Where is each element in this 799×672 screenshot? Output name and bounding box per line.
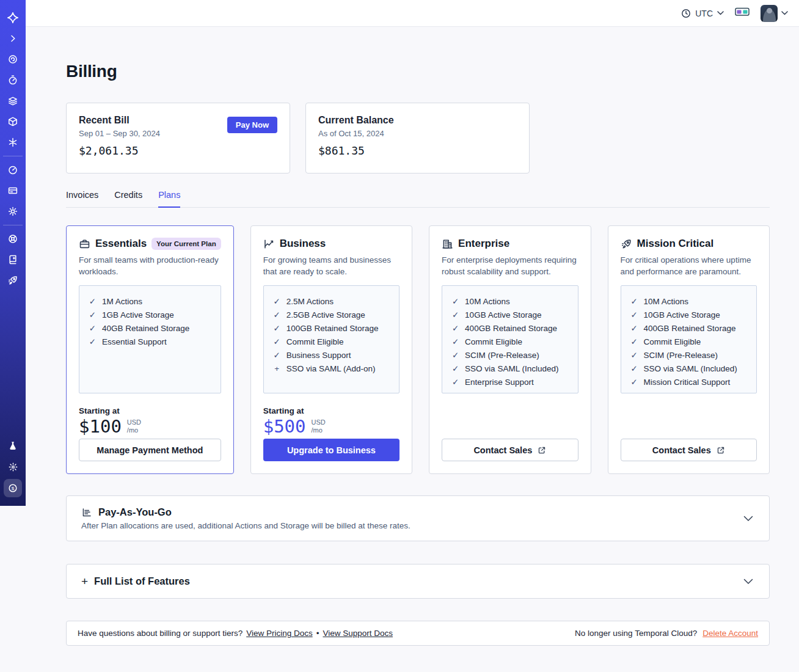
feature-item: ✓SCIM (Pre-Release) — [630, 349, 753, 362]
full-list-title: Full List of Features — [94, 575, 190, 587]
rocket-icon — [621, 238, 632, 250]
current-balance-card: Current Balance As of Oct 15, 2024 $861.… — [305, 103, 530, 173]
plans-row: Essentials Your Current Plan For small t… — [66, 225, 770, 474]
feature-text: 10M Actions — [465, 295, 510, 309]
rocket-icon[interactable] — [0, 270, 26, 291]
tab-credits[interactable]: Credits — [114, 190, 142, 207]
billing-footer: Have questions about billing or support … — [66, 621, 770, 646]
recent-bill-amount: $2,061.35 — [79, 144, 277, 157]
timezone-label: UTC — [695, 9, 713, 18]
contact-sales-button[interactable]: Contact Sales — [442, 439, 578, 461]
main-content: Billing Recent Bill Sep 01 – Sep 30, 202… — [26, 27, 799, 646]
bar-chart-icon — [81, 507, 92, 518]
flask-icon[interactable] — [0, 436, 26, 456]
feature-item: ✓1GB Active Storage — [89, 309, 217, 322]
check-icon: ✓ — [451, 362, 459, 376]
check-icon: ✓ — [451, 349, 459, 362]
footer-right-question: No longer using Temporal Cloud? — [575, 629, 697, 638]
check-icon: ✓ — [273, 295, 281, 309]
pay-now-button[interactable]: Pay Now — [227, 117, 277, 133]
recent-bill-card: Recent Bill Sep 01 – Sep 30, 2024 $2,061… — [66, 103, 290, 173]
feature-list: ✓10M Actions ✓10GB Active Storage ✓400GB… — [442, 285, 578, 393]
timer-icon[interactable] — [0, 70, 26, 90]
svg-text:$: $ — [12, 486, 15, 491]
3d-glasses-icon[interactable] — [735, 7, 750, 19]
check-icon: ✓ — [630, 362, 638, 376]
sidebar: $ — [0, 0, 26, 506]
sun-icon[interactable] — [0, 456, 26, 477]
footer-question: Have questions about billing or support … — [78, 629, 243, 638]
check-icon: ✓ — [451, 335, 459, 349]
feature-text: SCIM (Pre-Release) — [644, 349, 718, 362]
plan-card-essentials: Essentials Your Current Plan For small t… — [66, 225, 234, 474]
feature-item: ✓Enterprise Support — [451, 376, 574, 389]
feature-item: ✓1M Actions — [89, 295, 217, 309]
check-icon: ✓ — [451, 295, 459, 309]
plan-name: Business — [280, 238, 326, 250]
current-balance-title: Current Balance — [318, 115, 517, 126]
feature-item: ✓Commit Eligible — [273, 335, 395, 349]
spiral-icon[interactable] — [0, 49, 26, 70]
payg-description: After Plan allocations are used, additio… — [81, 521, 754, 530]
check-icon: ✓ — [89, 335, 97, 349]
tab-plans[interactable]: Plans — [158, 190, 180, 208]
feature-text: 2.5M Actions — [286, 295, 334, 309]
plus-icon: + — [273, 362, 281, 376]
plus-icon: + — [81, 576, 88, 587]
starting-at-label: Starting at — [79, 406, 221, 415]
feature-item: ✓10M Actions — [630, 295, 753, 309]
contact-sales-button[interactable]: Contact Sales — [621, 439, 757, 461]
book-icon[interactable] — [0, 249, 26, 270]
delete-account-link[interactable]: Delete Account — [702, 629, 758, 638]
manage-payment-method-button[interactable]: Manage Payment Method — [79, 439, 221, 461]
sidebar-divider — [3, 225, 23, 225]
check-icon: ✓ — [630, 309, 638, 322]
check-icon: ✓ — [273, 309, 281, 322]
gauge-icon[interactable] — [0, 159, 26, 180]
timezone-selector[interactable]: UTC — [681, 9, 724, 18]
expand-features-chevron-down-icon[interactable] — [743, 576, 753, 587]
check-icon: ✓ — [630, 322, 638, 335]
billing-tabs: Invoices Credits Plans — [66, 190, 770, 208]
upgrade-to-business-button[interactable]: Upgrade to Business — [263, 439, 400, 461]
layers-icon[interactable] — [0, 90, 26, 111]
feature-text: Business Support — [286, 349, 351, 362]
expand-sidebar-chevron-right-icon[interactable] — [0, 28, 26, 49]
credit-card-icon[interactable] — [0, 180, 26, 201]
expand-payg-chevron-down-icon[interactable] — [743, 513, 753, 524]
dollar-coin-icon: $ — [7, 483, 18, 494]
building-icon — [442, 238, 453, 250]
feature-item: ✓SCIM (Pre-Release) — [451, 349, 574, 362]
view-pricing-docs-link[interactable]: View Pricing Docs — [246, 629, 313, 638]
avatar — [761, 5, 778, 22]
feature-item: ✓Mission Critical Support — [630, 376, 753, 389]
feature-item: ✓Commit Eligible — [630, 335, 753, 349]
account-menu[interactable] — [761, 5, 788, 22]
check-icon: ✓ — [630, 349, 638, 362]
feature-list: ✓2.5M Actions ✓2.5GB Active Storage ✓100… — [263, 285, 400, 393]
sidebar-item-billing-active[interactable]: $ — [4, 479, 22, 497]
plan-price: $500 — [263, 417, 306, 436]
feature-text: 2.5GB Active Storage — [286, 309, 365, 322]
external-link-icon — [717, 446, 725, 455]
tab-invoices[interactable]: Invoices — [66, 190, 98, 207]
plan-description: For growing teams and businesses that ar… — [263, 254, 400, 277]
feature-text: 100GB Retained Storage — [286, 322, 379, 335]
sidebar-divider — [3, 156, 23, 156]
asterisk-icon[interactable] — [0, 132, 26, 153]
feature-item: ✓10GB Active Storage — [630, 309, 753, 322]
temporal-logo-icon[interactable] — [0, 7, 26, 28]
feature-text: Enterprise Support — [465, 376, 534, 389]
feature-item: ✓SSO via SAML (Included) — [630, 362, 753, 376]
view-support-docs-link[interactable]: View Support Docs — [323, 629, 393, 638]
plan-name: Essentials — [95, 238, 147, 250]
payg-title: Pay-As-You-Go — [98, 506, 172, 518]
wheel-icon[interactable] — [0, 228, 26, 249]
gear-icon[interactable] — [0, 201, 26, 222]
full-list-of-features-section: + Full List of Features — [66, 564, 770, 599]
feature-list: ✓1M Actions ✓1GB Active Storage ✓40GB Re… — [79, 285, 221, 393]
plan-name: Enterprise — [458, 238, 509, 250]
check-icon: ✓ — [630, 295, 638, 309]
price-unit: USD/mo — [127, 417, 141, 434]
cube-icon[interactable] — [0, 111, 26, 132]
